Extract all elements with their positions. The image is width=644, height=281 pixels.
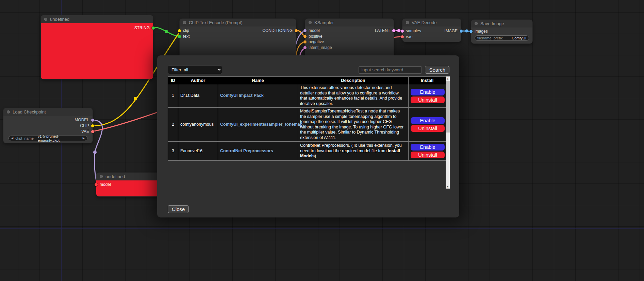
vae-port-icon[interactable]	[401, 35, 404, 38]
extension-name-link[interactable]: ComfyUI_experiments/sampler_tonemap	[220, 122, 302, 127]
uninstall-button[interactable]: Uninstall	[411, 125, 445, 132]
table-scrollbar[interactable]: ▲ ▼	[446, 76, 450, 189]
column-header-install: Install	[409, 77, 446, 84]
node-header[interactable]: Save Image	[471, 20, 532, 28]
node-undefined-top[interactable]: undefined STRING	[41, 15, 153, 79]
search-input[interactable]	[359, 66, 422, 74]
model-port-icon[interactable]	[95, 183, 98, 186]
increment-arrow-icon[interactable]: ▶	[83, 137, 85, 140]
scroll-down-arrow-icon[interactable]: ▼	[446, 185, 450, 189]
vae-port-icon[interactable]	[91, 130, 94, 133]
output-slot-latent[interactable]: LATENT	[375, 29, 395, 33]
node-title: Save Image	[480, 21, 504, 26]
image-port-icon[interactable]	[460, 30, 463, 33]
node-title: VAE Decode	[412, 20, 436, 25]
table-row: 1 Dr.Lt.Data ComfyUI Impact Pack This ex…	[168, 84, 446, 108]
string-port-icon[interactable]	[152, 27, 155, 30]
conditioning-port-icon[interactable]	[303, 40, 307, 43]
input-slot-positive[interactable]: positive	[303, 34, 323, 38]
string-port-icon[interactable]	[178, 35, 181, 38]
model-port-icon[interactable]	[91, 119, 94, 122]
column-header-description: Description	[298, 77, 409, 84]
node-vae-decode[interactable]: VAE Decode samples vae IMAGE	[402, 19, 461, 42]
column-header-id: ID	[168, 77, 178, 84]
node-title: CLIP Text Encode (Prompt)	[189, 20, 243, 25]
latent-port-icon[interactable]	[401, 30, 404, 33]
conditioning-port-icon[interactable]	[295, 29, 298, 32]
node-title: undefined	[105, 174, 125, 179]
node-header[interactable]: undefined	[41, 15, 153, 23]
input-slot-samples[interactable]: samples	[401, 29, 421, 33]
filter-select[interactable]: Filter: all	[168, 66, 222, 74]
node-header[interactable]: Load Checkpoint	[3, 108, 93, 116]
close-button[interactable]: Close	[168, 205, 189, 213]
extension-name-link[interactable]: ControlNet Preprocessors	[220, 148, 273, 153]
search-button[interactable]: Search	[425, 66, 449, 74]
extension-table: ID Author Name Description Install 1 Dr.…	[168, 76, 446, 161]
ckpt-name-widget[interactable]: ◀ ckpt_name v1-5-pruned-emaonly.ckpt ▶	[9, 136, 87, 141]
latent-port-icon[interactable]	[392, 29, 395, 32]
cell-id: 1	[168, 84, 178, 108]
collapse-dot-icon[interactable]	[183, 21, 186, 24]
extension-name-link[interactable]: ComfyUI Impact Pack	[220, 93, 264, 98]
filename-prefix-value: ComfyUI	[512, 36, 526, 40]
enable-button[interactable]: Enable	[411, 144, 445, 151]
enable-button[interactable]: Enable	[411, 89, 445, 95]
node-title: Load Checkpoint	[13, 109, 46, 115]
cell-author: Fannovel16	[178, 142, 218, 161]
column-header-author: Author	[178, 77, 218, 84]
input-slot-vae[interactable]: vae	[401, 35, 412, 39]
cell-description: ModelSamplerTonemapNoiseTest a node that…	[298, 108, 409, 142]
table-row: 3 Fannovel16 ControlNet Preprocessors Co…	[168, 142, 446, 161]
node-title: undefined	[50, 17, 69, 22]
scrollbar-thumb[interactable]	[446, 81, 450, 133]
conditioning-port-icon[interactable]	[303, 35, 307, 38]
collapse-dot-icon[interactable]	[475, 22, 478, 25]
clip-port-icon[interactable]	[178, 29, 181, 32]
latent-port-icon[interactable]	[303, 46, 307, 49]
input-slot-model[interactable]: model	[95, 182, 111, 187]
cell-id: 3	[168, 142, 178, 161]
column-header-name: Name	[218, 77, 298, 84]
cell-author: Dr.Lt.Data	[178, 84, 218, 108]
input-slot-text[interactable]: text	[178, 34, 189, 38]
input-slot-images[interactable]: images	[469, 29, 488, 33]
node-header[interactable]: CLIP Text Encode (Prompt)	[180, 19, 296, 27]
input-slot-model[interactable]: model	[303, 29, 320, 33]
uninstall-button[interactable]: Uninstall	[411, 96, 445, 103]
node-save-image[interactable]: Save Image images filename_prefix ComfyU…	[471, 20, 532, 43]
enable-button[interactable]: Enable	[411, 117, 445, 124]
output-slot-vae[interactable]: VAE	[81, 129, 94, 134]
collapse-dot-icon[interactable]	[309, 21, 312, 24]
output-slot-conditioning[interactable]: CONDITIONING	[262, 29, 298, 33]
collapse-dot-icon[interactable]	[7, 110, 10, 113]
node-header[interactable]: VAE Decode	[402, 19, 461, 27]
uninstall-button[interactable]: Uninstall	[411, 152, 445, 158]
model-port-icon[interactable]	[303, 29, 307, 32]
scroll-up-arrow-icon[interactable]: ▲	[446, 76, 450, 81]
node-load-checkpoint[interactable]: Load Checkpoint MODEL CLIP VAE ◀ ckpt_na…	[3, 108, 93, 143]
custom-nodes-install-dialog: Filter: all Search ID Author Name Descri…	[157, 55, 459, 217]
table-row: 2 comfyanonymous ComfyUI_experiments/sam…	[168, 108, 446, 142]
output-slot-image[interactable]: IMAGE	[444, 29, 463, 33]
input-slot-clip[interactable]: clip	[178, 29, 189, 33]
image-port-icon[interactable]	[469, 30, 473, 33]
output-slot-model[interactable]: MODEL	[75, 118, 94, 122]
decrement-arrow-icon[interactable]: ◀	[11, 137, 13, 140]
extension-table-scroll[interactable]: ID Author Name Description Install 1 Dr.…	[168, 76, 450, 189]
clip-port-icon[interactable]	[91, 124, 94, 127]
input-slot-negative[interactable]: negative	[303, 40, 324, 44]
collapse-dot-icon[interactable]	[406, 21, 409, 24]
cell-author: comfyanonymous	[178, 108, 218, 142]
output-slot-string[interactable]: STRING	[134, 26, 155, 30]
collapse-dot-icon[interactable]	[100, 175, 103, 178]
cell-id: 2	[168, 108, 178, 142]
input-slot-latent-image[interactable]: latent_image	[303, 46, 332, 50]
ckpt-name-value: v1-5-pruned-emaonly.ckpt	[38, 134, 81, 142]
filename-prefix-widget[interactable]: filename_prefix ComfyUI	[475, 35, 529, 41]
collapse-dot-icon[interactable]	[44, 18, 47, 21]
node-header[interactable]: KSampler	[305, 19, 394, 27]
output-slot-clip[interactable]: CLIP	[80, 124, 94, 128]
canvas-origin-horizontal-line	[0, 228, 644, 229]
node-title: KSampler	[314, 20, 334, 25]
